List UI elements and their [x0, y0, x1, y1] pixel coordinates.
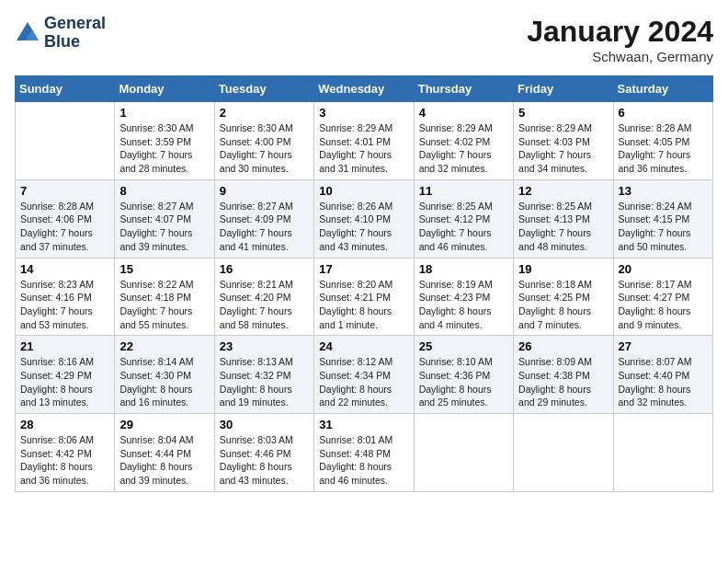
calendar-cell	[414, 414, 513, 492]
calendar-cell	[16, 102, 115, 180]
day-number: 1	[119, 106, 209, 120]
day-info: Sunrise: 8:01 AM Sunset: 4:48 PM Dayligh…	[319, 433, 408, 488]
day-number: 5	[518, 106, 608, 120]
day-number: 3	[319, 106, 408, 120]
calendar-cell: 24Sunrise: 8:12 AM Sunset: 4:34 PM Dayli…	[314, 336, 414, 414]
title-block: January 2024 Schwaan, Germany	[527, 15, 713, 64]
day-number: 12	[518, 184, 608, 198]
calendar-cell: 29Sunrise: 8:04 AM Sunset: 4:44 PM Dayli…	[115, 414, 214, 492]
day-number: 31	[319, 418, 408, 431]
day-number: 17	[319, 262, 408, 276]
day-number: 18	[419, 262, 508, 276]
day-info: Sunrise: 8:06 AM Sunset: 4:42 PM Dayligh…	[20, 433, 109, 488]
day-info: Sunrise: 8:30 AM Sunset: 4:00 PM Dayligh…	[220, 121, 309, 176]
day-number: 14	[20, 262, 109, 276]
day-info: Sunrise: 8:23 AM Sunset: 4:16 PM Dayligh…	[20, 278, 109, 332]
day-info: Sunrise: 8:25 AM Sunset: 4:12 PM Dayligh…	[419, 200, 508, 254]
calendar-cell: 2Sunrise: 8:30 AM Sunset: 4:00 PM Daylig…	[214, 102, 313, 180]
day-info: Sunrise: 8:20 AM Sunset: 4:21 PM Dayligh…	[319, 278, 408, 332]
day-number: 7	[20, 184, 109, 198]
header-cell-wednesday: Wednesday	[314, 76, 414, 102]
day-info: Sunrise: 8:29 AM Sunset: 4:03 PM Dayligh…	[518, 121, 608, 176]
day-info: Sunrise: 8:03 AM Sunset: 4:46 PM Dayligh…	[220, 433, 309, 488]
day-info: Sunrise: 8:28 AM Sunset: 4:05 PM Dayligh…	[619, 121, 708, 176]
day-info: Sunrise: 8:13 AM Sunset: 4:32 PM Dayligh…	[220, 355, 309, 409]
calendar-cell: 15Sunrise: 8:22 AM Sunset: 4:18 PM Dayli…	[115, 258, 214, 336]
day-info: Sunrise: 8:16 AM Sunset: 4:29 PM Dayligh…	[20, 355, 109, 409]
calendar-cell: 13Sunrise: 8:24 AM Sunset: 4:15 PM Dayli…	[613, 179, 712, 258]
day-number: 2	[220, 106, 309, 120]
day-info: Sunrise: 8:07 AM Sunset: 4:40 PM Dayligh…	[619, 355, 708, 409]
calendar-cell: 1Sunrise: 8:30 AM Sunset: 3:59 PM Daylig…	[115, 102, 214, 180]
day-info: Sunrise: 8:29 AM Sunset: 4:01 PM Dayligh…	[319, 121, 408, 176]
calendar-cell: 5Sunrise: 8:29 AM Sunset: 4:03 PM Daylig…	[514, 102, 613, 180]
day-number: 16	[220, 262, 309, 276]
day-number: 29	[119, 418, 209, 431]
day-number: 21	[20, 339, 109, 353]
week-row-3: 14Sunrise: 8:23 AM Sunset: 4:16 PM Dayli…	[16, 258, 713, 336]
calendar-cell: 18Sunrise: 8:19 AM Sunset: 4:23 PM Dayli…	[414, 258, 513, 336]
week-row-5: 28Sunrise: 8:06 AM Sunset: 4:42 PM Dayli…	[16, 414, 713, 492]
week-row-4: 21Sunrise: 8:16 AM Sunset: 4:29 PM Dayli…	[16, 336, 713, 414]
calendar-cell: 6Sunrise: 8:28 AM Sunset: 4:05 PM Daylig…	[613, 102, 712, 180]
logo-text: General Blue	[44, 15, 106, 52]
day-number: 20	[619, 262, 708, 276]
header-cell-saturday: Saturday	[613, 76, 712, 102]
calendar-cell: 25Sunrise: 8:10 AM Sunset: 4:36 PM Dayli…	[414, 336, 513, 414]
header-cell-thursday: Thursday	[414, 76, 513, 102]
day-info: Sunrise: 8:10 AM Sunset: 4:36 PM Dayligh…	[419, 355, 508, 409]
day-number: 8	[119, 184, 209, 198]
calendar-cell: 12Sunrise: 8:25 AM Sunset: 4:13 PM Dayli…	[514, 179, 613, 258]
day-info: Sunrise: 8:04 AM Sunset: 4:44 PM Dayligh…	[119, 433, 209, 488]
day-number: 15	[119, 262, 209, 276]
calendar-cell: 19Sunrise: 8:18 AM Sunset: 4:25 PM Dayli…	[514, 258, 613, 336]
day-info: Sunrise: 8:17 AM Sunset: 4:27 PM Dayligh…	[619, 278, 708, 332]
week-row-2: 7Sunrise: 8:28 AM Sunset: 4:06 PM Daylig…	[16, 179, 713, 258]
day-info: Sunrise: 8:21 AM Sunset: 4:20 PM Dayligh…	[220, 278, 309, 332]
day-info: Sunrise: 8:24 AM Sunset: 4:15 PM Dayligh…	[619, 200, 708, 254]
day-number: 28	[20, 418, 109, 431]
day-info: Sunrise: 8:22 AM Sunset: 4:18 PM Dayligh…	[119, 278, 209, 332]
calendar-cell: 23Sunrise: 8:13 AM Sunset: 4:32 PM Dayli…	[214, 336, 313, 414]
calendar-body: 1Sunrise: 8:30 AM Sunset: 3:59 PM Daylig…	[16, 102, 713, 492]
week-row-1: 1Sunrise: 8:30 AM Sunset: 3:59 PM Daylig…	[16, 102, 713, 180]
header-cell-tuesday: Tuesday	[214, 76, 313, 102]
day-number: 6	[619, 106, 708, 120]
day-info: Sunrise: 8:09 AM Sunset: 4:38 PM Dayligh…	[518, 355, 608, 409]
calendar-cell: 9Sunrise: 8:27 AM Sunset: 4:09 PM Daylig…	[214, 179, 313, 258]
calendar-cell: 14Sunrise: 8:23 AM Sunset: 4:16 PM Dayli…	[16, 258, 115, 336]
day-number: 24	[319, 339, 408, 353]
calendar-cell: 4Sunrise: 8:29 AM Sunset: 4:02 PM Daylig…	[414, 102, 513, 180]
header-cell-friday: Friday	[514, 76, 613, 102]
calendar-cell: 30Sunrise: 8:03 AM Sunset: 4:46 PM Dayli…	[214, 414, 313, 492]
day-number: 26	[518, 339, 608, 353]
calendar-cell: 3Sunrise: 8:29 AM Sunset: 4:01 PM Daylig…	[314, 102, 414, 180]
day-number: 25	[419, 339, 508, 353]
day-number: 10	[319, 184, 408, 198]
day-info: Sunrise: 8:25 AM Sunset: 4:13 PM Dayligh…	[518, 200, 608, 254]
day-info: Sunrise: 8:30 AM Sunset: 3:59 PM Dayligh…	[119, 121, 209, 176]
header-cell-monday: Monday	[115, 76, 214, 102]
day-number: 13	[619, 184, 708, 198]
calendar-cell: 21Sunrise: 8:16 AM Sunset: 4:29 PM Dayli…	[16, 336, 115, 414]
calendar-cell: 31Sunrise: 8:01 AM Sunset: 4:48 PM Dayli…	[314, 414, 414, 492]
day-info: Sunrise: 8:19 AM Sunset: 4:23 PM Dayligh…	[419, 278, 508, 332]
calendar-cell: 17Sunrise: 8:20 AM Sunset: 4:21 PM Dayli…	[314, 258, 414, 336]
day-info: Sunrise: 8:12 AM Sunset: 4:34 PM Dayligh…	[319, 355, 408, 409]
logo: General Blue	[15, 15, 106, 52]
calendar-cell: 20Sunrise: 8:17 AM Sunset: 4:27 PM Dayli…	[613, 258, 712, 336]
day-number: 23	[220, 339, 309, 353]
day-info: Sunrise: 8:29 AM Sunset: 4:02 PM Dayligh…	[419, 121, 508, 176]
calendar-cell: 27Sunrise: 8:07 AM Sunset: 4:40 PM Dayli…	[613, 336, 712, 414]
month-title: January 2024	[527, 15, 713, 49]
day-info: Sunrise: 8:27 AM Sunset: 4:07 PM Dayligh…	[119, 200, 209, 254]
day-number: 4	[419, 106, 508, 120]
header-cell-sunday: Sunday	[16, 76, 115, 102]
calendar-cell	[514, 414, 613, 492]
day-info: Sunrise: 8:27 AM Sunset: 4:09 PM Dayligh…	[220, 200, 309, 254]
day-info: Sunrise: 8:18 AM Sunset: 4:25 PM Dayligh…	[518, 278, 608, 332]
calendar-cell: 8Sunrise: 8:27 AM Sunset: 4:07 PM Daylig…	[115, 179, 214, 258]
calendar-cell: 7Sunrise: 8:28 AM Sunset: 4:06 PM Daylig…	[16, 179, 115, 258]
day-number: 9	[220, 184, 309, 198]
day-number: 11	[419, 184, 508, 198]
